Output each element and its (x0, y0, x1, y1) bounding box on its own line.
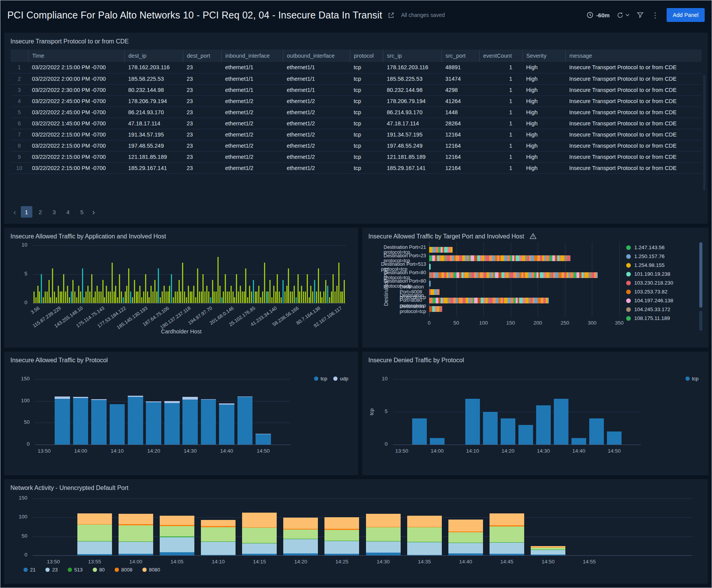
table-row[interactable]: 203/22/2022 2:00:00 PM -0700185.58.225.5… (10, 73, 702, 84)
bar-segment-8080[interactable] (160, 516, 194, 525)
bar-segment-8008[interactable] (531, 547, 565, 548)
bar-destination-port[interactable] (429, 298, 549, 303)
time-range-selector[interactable]: -60m (587, 12, 610, 18)
bar-segment-23[interactable] (201, 542, 236, 555)
bar-segment-23[interactable] (283, 539, 318, 553)
bar-segment-udp[interactable] (73, 397, 89, 398)
bar-segment-tcp[interactable] (146, 402, 161, 445)
bar-segment-tcp[interactable] (483, 412, 498, 445)
bar-destination-port[interactable] (429, 306, 442, 312)
network-activity-plot[interactable]: 05010015013:5013:5514:0014:0514:1014:151… (33, 498, 692, 555)
bar-segment-tcp[interactable] (73, 398, 89, 445)
allowed-protocol-plot[interactable]: 05010015013:5014:0014:1014:2014:3014:401… (35, 379, 348, 445)
legend-item-23[interactable]: 23 (45, 567, 57, 573)
column-header-src_port[interactable]: src_port (441, 50, 479, 62)
bar-segment-tcp[interactable] (536, 405, 551, 445)
legend-item-103.253.73.82[interactable]: 103.253.73.82 (626, 289, 698, 295)
add-panel-button[interactable]: Add Panel (667, 8, 705, 22)
column-header-eventcount[interactable]: eventCount (479, 50, 522, 62)
legend-item-tcp[interactable]: tcp (314, 376, 327, 381)
legend-item-1.250.157.76[interactable]: 1.250.157.76 (626, 253, 698, 259)
table-row[interactable]: 703/22/2022 2:15:00 PM -0700191.34.57.19… (10, 129, 702, 140)
bar-segment-tcp[interactable] (256, 434, 271, 445)
bar-segment-udp[interactable] (128, 396, 143, 397)
bar-segment-21[interactable] (77, 554, 112, 555)
legend-item-tcp[interactable]: tcp (685, 376, 699, 381)
bar-segment-8080[interactable] (407, 516, 442, 527)
bar-segment-80[interactable] (201, 527, 236, 541)
bar-segment-udp[interactable] (201, 399, 216, 400)
port-host-plot[interactable]: 050100150200250300350 (429, 242, 626, 342)
bar-segment-8008[interactable] (283, 529, 318, 530)
bar-segment-udp[interactable] (164, 401, 180, 403)
bar-segment-8080[interactable] (242, 513, 277, 527)
bar-segment-tcp[interactable] (501, 418, 516, 445)
bar-segment-udp[interactable] (146, 401, 161, 402)
bar-segment-513[interactable] (283, 539, 318, 539)
bar-segment-80[interactable] (448, 532, 483, 543)
bar-segment-513[interactable] (366, 541, 401, 541)
bar-segment-udp[interactable] (256, 434, 271, 434)
bar-segment-8080[interactable] (448, 520, 483, 531)
bar-segment-8080[interactable] (490, 513, 524, 525)
bar-segment-80[interactable] (407, 527, 442, 542)
pagination-page-5[interactable]: 5 (76, 206, 88, 218)
column-header-outbound_interface[interactable]: outbound_interface (283, 50, 350, 62)
bar-segment-tcp[interactable] (128, 397, 143, 445)
legend-scrollbar[interactable] (699, 242, 702, 342)
bar-segment-8008[interactable] (119, 524, 153, 525)
column-header-time[interactable]: Time (28, 50, 124, 62)
bar-segment-80[interactable] (324, 530, 359, 541)
bar-segment-tcp[interactable] (164, 403, 180, 445)
legend-item-103.230.218.230[interactable]: 103.230.218.230 (626, 280, 698, 286)
share-icon[interactable] (388, 12, 395, 19)
bar-segment-8080[interactable] (366, 514, 401, 527)
bar-segment-80[interactable] (242, 528, 277, 543)
bar-segment-tcp[interactable] (110, 404, 125, 445)
bar-segment-8008[interactable] (77, 524, 112, 525)
bar-segment-21[interactable] (531, 555, 565, 555)
table-row[interactable]: 803/22/2022 2:15:00 PM -0700197.48.55.24… (10, 140, 702, 151)
column-header-dest_ip[interactable]: dest_ip (124, 50, 183, 62)
bar-destination-port[interactable] (429, 281, 431, 287)
bar-segment-23[interactable] (490, 543, 524, 554)
table-row[interactable]: 603/22/2022 1:45:00 PM -070047.18.17.114… (10, 118, 702, 129)
bar-destination-port[interactable] (429, 264, 431, 270)
bar-segment-21[interactable] (242, 554, 277, 555)
bar-segment-80[interactable] (366, 527, 401, 541)
table-row[interactable]: 503/22/2022 2:45:00 PM -070086.214.93.17… (10, 107, 702, 118)
pagination-page-3[interactable]: 3 (48, 206, 60, 218)
bar-segment-21[interactable] (366, 553, 401, 555)
bar-segment-21[interactable] (201, 555, 236, 555)
bar-segment-tcp[interactable] (607, 431, 622, 445)
bar-segment-8008[interactable] (366, 527, 401, 527)
bar-destination-port[interactable] (429, 255, 570, 261)
column-header-dest_port[interactable]: dest_port (183, 50, 221, 62)
bar-segment-21[interactable] (160, 552, 194, 555)
bar-segment-513[interactable] (242, 543, 277, 543)
column-header-inbound_interface[interactable]: inbound_interface (221, 50, 283, 62)
bar-segment-8080[interactable] (119, 514, 153, 524)
table-row[interactable]: 403/22/2022 2:45:00 PM -0700178.206.79.1… (10, 95, 702, 107)
table-scrollbar[interactable] (703, 75, 705, 190)
bar-segment-23[interactable] (366, 541, 401, 553)
pagination-prev[interactable]: ‹ (11, 208, 18, 217)
bar-segment-tcp[interactable] (518, 425, 533, 445)
bar-segment-8008[interactable] (448, 531, 483, 532)
bar-segment-513[interactable] (324, 541, 359, 541)
table-row[interactable]: 303/22/2022 2:30:00 PM -070080.232.144.9… (10, 84, 702, 95)
bar-segment-8080[interactable] (531, 546, 565, 547)
bar-segment-513[interactable] (407, 542, 442, 542)
bar-segment-tcp[interactable] (554, 399, 569, 445)
bar-segment-21[interactable] (119, 554, 153, 555)
bar-segment-23[interactable] (448, 543, 483, 553)
bar-segment-23[interactable] (77, 541, 112, 554)
legend-item-513[interactable]: 513 (68, 567, 83, 573)
app-host-plot[interactable]: 0510 (33, 245, 346, 303)
bar-segment-8080[interactable] (201, 520, 236, 526)
legend-item-8008[interactable]: 8008 (115, 567, 132, 573)
bar-segment-513[interactable] (531, 550, 565, 550)
bar-segment-23[interactable] (407, 542, 442, 555)
bar-segment-8008[interactable] (490, 525, 524, 526)
column-header-severity[interactable]: Severity (522, 50, 565, 62)
